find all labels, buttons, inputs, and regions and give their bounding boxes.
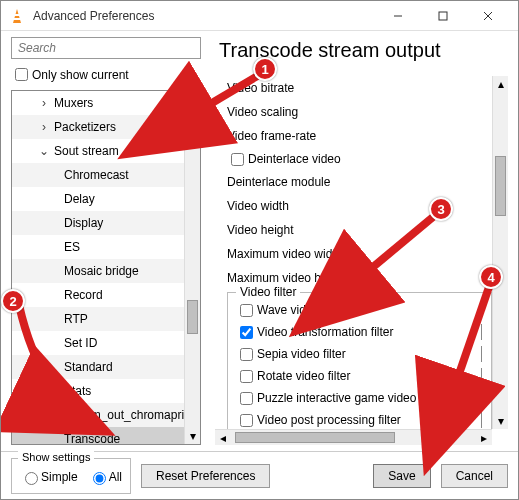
fieldset-legend: Video filter bbox=[236, 285, 300, 299]
chevron-right-icon: › bbox=[38, 96, 50, 110]
chevron-right-icon: › bbox=[38, 120, 50, 134]
svg-rect-1 bbox=[14, 14, 20, 16]
property-label: Deinterlace module bbox=[227, 170, 492, 194]
scroll-up-icon[interactable]: ▴ bbox=[185, 91, 200, 107]
tree-item-label: Mosaic bridge bbox=[64, 264, 139, 278]
tree-item-transcode[interactable]: Transcode bbox=[12, 427, 184, 444]
filter-checkbox[interactable]: Wave video filter bbox=[236, 299, 483, 321]
tree-item-label: Set ID bbox=[64, 336, 97, 350]
show-settings-group: Show settings Simple All bbox=[11, 458, 131, 494]
callout-1: 1 bbox=[253, 57, 277, 81]
close-button[interactable] bbox=[465, 1, 510, 31]
tree-item-rtp[interactable]: RTP bbox=[12, 307, 184, 331]
right-pane: Transcode stream output Video bitrateVid… bbox=[211, 31, 518, 451]
tree-item-label: stream_out_chromaprint bbox=[64, 408, 184, 422]
maximize-button[interactable] bbox=[420, 1, 465, 31]
callout-4: 4 bbox=[479, 265, 503, 289]
property-label: Video height bbox=[227, 218, 492, 242]
scroll-down-icon[interactable]: ▾ bbox=[185, 428, 200, 444]
tree-item-label: Display bbox=[64, 216, 103, 230]
tree-item-label: Packetizers bbox=[54, 120, 116, 134]
property-checkbox[interactable]: Deinterlace video bbox=[227, 148, 492, 170]
radio-simple[interactable]: Simple bbox=[20, 469, 78, 485]
checkbox[interactable] bbox=[240, 414, 253, 427]
checkbox[interactable] bbox=[240, 370, 253, 383]
tree-item-label: Chromecast bbox=[64, 168, 129, 182]
field-edge bbox=[481, 324, 483, 340]
checkbox[interactable] bbox=[231, 153, 244, 166]
checkbox[interactable] bbox=[240, 304, 253, 317]
search-input[interactable] bbox=[11, 37, 201, 59]
only-show-current-box[interactable] bbox=[15, 68, 28, 81]
tree-item-label: ES bbox=[64, 240, 80, 254]
only-show-current-checkbox[interactable]: Only show current bbox=[11, 65, 201, 84]
filter-checkbox[interactable]: Rotate video filter bbox=[236, 365, 483, 387]
tree-item-stream-out-chromaprint[interactable]: stream_out_chromaprint bbox=[12, 403, 184, 427]
scroll-thumb[interactable] bbox=[187, 300, 198, 334]
property-label: Video frame-rate bbox=[227, 124, 492, 148]
property-label: Maximum video width bbox=[227, 242, 492, 266]
svg-rect-2 bbox=[13, 18, 21, 20]
scroll-right-icon[interactable]: ▸ bbox=[476, 430, 492, 445]
tree-item-label: Muxers bbox=[54, 96, 93, 110]
only-show-current-label: Only show current bbox=[32, 68, 129, 82]
tree-item-label: Record bbox=[64, 288, 103, 302]
property-label: Video scaling bbox=[227, 100, 492, 124]
tree-item-set-id[interactable]: Set ID bbox=[12, 331, 184, 355]
tree-item-mosaic-bridge[interactable]: Mosaic bridge bbox=[12, 259, 184, 283]
tree-item-label: Standard bbox=[64, 360, 113, 374]
tree-item-stats[interactable]: Stats bbox=[12, 379, 184, 403]
scroll-left-icon[interactable]: ◂ bbox=[215, 430, 231, 445]
tree-item-record[interactable]: Record bbox=[12, 283, 184, 307]
scroll-thumb[interactable] bbox=[235, 432, 395, 443]
checkbox[interactable] bbox=[240, 392, 253, 405]
radio-all[interactable]: All bbox=[88, 469, 122, 485]
tree-item-label: Transcode bbox=[64, 432, 120, 444]
cancel-button[interactable]: Cancel bbox=[441, 464, 508, 488]
tree-item-label: Sout stream bbox=[54, 144, 119, 158]
tree-item-es[interactable]: ES bbox=[12, 235, 184, 259]
tree-item-packetizers[interactable]: ›Packetizers bbox=[12, 115, 184, 139]
tree-item-delay[interactable]: Delay bbox=[12, 187, 184, 211]
minimize-button[interactable] bbox=[375, 1, 420, 31]
left-pane: Only show current ›Muxers›Packetizers⌄So… bbox=[1, 31, 211, 451]
tree-item-sout-stream[interactable]: ⌄Sout stream bbox=[12, 139, 184, 163]
field-edge bbox=[481, 368, 483, 384]
props-vscrollbar[interactable]: ▴ ▾ bbox=[492, 76, 508, 429]
chevron-down-icon: ⌄ bbox=[38, 144, 50, 158]
field-edge bbox=[481, 412, 483, 428]
filter-checkbox[interactable]: Sepia video filter bbox=[236, 343, 483, 365]
scroll-up-icon[interactable]: ▴ bbox=[493, 76, 508, 92]
tree-item-standard[interactable]: Standard bbox=[12, 355, 184, 379]
tree-scrollbar[interactable]: ▴ ▾ bbox=[184, 91, 200, 444]
callout-2: 2 bbox=[1, 289, 25, 313]
tree-item-label: RTP bbox=[64, 312, 88, 326]
titlebar: Advanced Preferences bbox=[1, 1, 518, 31]
scroll-down-icon[interactable]: ▾ bbox=[493, 413, 508, 429]
show-settings-legend: Show settings bbox=[18, 451, 94, 463]
checkbox[interactable] bbox=[240, 348, 253, 361]
field-edge bbox=[481, 302, 483, 318]
category-tree: ›Muxers›Packetizers⌄Sout streamChromecas… bbox=[11, 90, 201, 445]
props-hscrollbar[interactable]: ◂ ▸ bbox=[215, 429, 492, 445]
bottom-bar: Show settings Simple All Reset Preferenc… bbox=[1, 451, 518, 499]
reset-preferences-button[interactable]: Reset Preferences bbox=[141, 464, 270, 488]
checkbox[interactable] bbox=[240, 326, 253, 339]
callout-3: 3 bbox=[429, 197, 453, 221]
save-button[interactable]: Save bbox=[373, 464, 430, 488]
filter-checkbox[interactable]: Puzzle interactive game video filter bbox=[236, 387, 483, 409]
tree-item-chromecast[interactable]: Chromecast bbox=[12, 163, 184, 187]
tree-item-label: Stats bbox=[64, 384, 91, 398]
scroll-thumb[interactable] bbox=[495, 156, 506, 216]
window-title: Advanced Preferences bbox=[33, 9, 375, 23]
field-edge bbox=[481, 390, 483, 406]
tree-item-label: Delay bbox=[64, 192, 95, 206]
filter-checkbox[interactable]: Video transformation filter bbox=[236, 321, 483, 343]
video-filter-group: Video filterWave video filterVideo trans… bbox=[227, 292, 492, 429]
tree-item-muxers[interactable]: ›Muxers bbox=[12, 91, 184, 115]
vlc-cone-icon bbox=[9, 8, 25, 24]
filter-checkbox[interactable]: Video post processing filter bbox=[236, 409, 483, 429]
field-edge bbox=[481, 346, 483, 362]
tree-item-display[interactable]: Display bbox=[12, 211, 184, 235]
svg-rect-4 bbox=[439, 12, 447, 20]
